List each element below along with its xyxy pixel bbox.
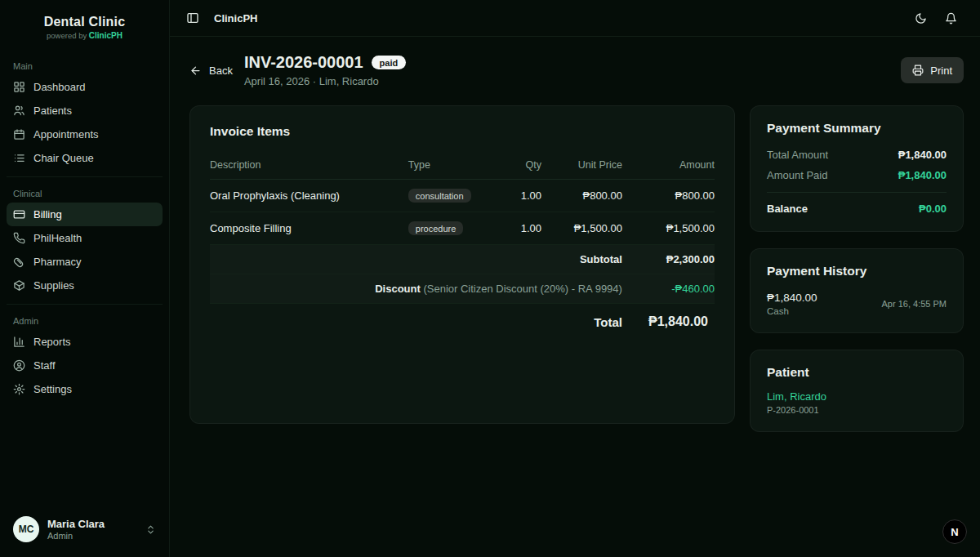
sidebar-nav: Main Dashboard Patients Appointments Cha… — [7, 50, 163, 408]
powered-by: powered by ClinicPH — [7, 31, 163, 40]
table-row: Oral Prophylaxis (Cleaning) consultation… — [210, 180, 715, 212]
payment-history-card: Payment History ₱1,840.00 Cash Apr 16, 4… — [750, 248, 964, 333]
section-label-clinical: Clinical — [7, 184, 163, 203]
staff-icon — [13, 359, 25, 372]
summary-total-amount: ₱1,840.00 — [898, 149, 947, 161]
sidebar-item-label: Staff — [33, 359, 56, 372]
item-type-badge: procedure — [408, 221, 464, 235]
item-amount: ₱1,500.00 — [629, 212, 715, 245]
col-type: Type — [402, 152, 497, 180]
item-unit-price: ₱800.00 — [548, 180, 629, 212]
total-amount: ₱1,840.00 — [629, 304, 715, 335]
discount-amount: -₱460.00 — [629, 274, 715, 304]
sidebar-toggle-icon[interactable] — [183, 8, 203, 28]
notifications-bell-icon[interactable] — [942, 9, 960, 28]
item-qty: 1.00 — [497, 212, 548, 245]
col-description: Description — [210, 152, 402, 180]
sidebar-item-staff[interactable]: Staff — [7, 354, 163, 377]
total-row: Total ₱1,840.00 — [210, 304, 715, 335]
item-qty: 1.00 — [497, 180, 548, 212]
printer-icon — [912, 65, 924, 76]
right-column: Payment Summary Total Amount ₱1,840.00 A… — [750, 105, 964, 432]
invoice-items-card: Invoice Items Description Type Qty Unit … — [189, 105, 735, 424]
sidebar-item-supplies[interactable]: Supplies — [7, 274, 163, 297]
supplies-icon — [13, 279, 25, 292]
sidebar-item-label: Dashboard — [33, 81, 86, 93]
table-header-row: Description Type Qty Unit Price Amount — [210, 152, 715, 180]
dark-mode-toggle-moon-icon[interactable] — [911, 9, 930, 28]
topbar-app-name: ClinicPH — [214, 12, 257, 25]
settings-icon — [13, 383, 25, 395]
sidebar-item-philhealth[interactable]: PhilHealth — [7, 226, 163, 250]
sidebar-item-chair-queue[interactable]: Chair Queue — [7, 146, 163, 170]
user-role: Admin — [47, 531, 105, 541]
summary-amount-paid: ₱1,840.00 — [898, 169, 947, 181]
subtotal-label: Subtotal — [210, 245, 629, 274]
sidebar-item-label: Patients — [33, 105, 72, 117]
subtotal-amount: ₱2,300.00 — [629, 245, 715, 274]
section-label-main: Main — [7, 56, 163, 75]
sidebar-item-label: Billing — [33, 208, 62, 221]
table-row: Composite Filling procedure 1.00 ₱1,500.… — [210, 212, 715, 245]
user-menu[interactable]: MC Maria Clara Admin — [7, 511, 163, 547]
item-description: Oral Prophylaxis (Cleaning) — [210, 180, 402, 212]
sidebar-item-label: PhilHealth — [33, 232, 82, 244]
col-unit-price: Unit Price — [548, 152, 629, 180]
page-header: Back INV-2026-00001 paid April 16, 2026 … — [170, 37, 980, 87]
billing-icon — [13, 208, 25, 221]
sidebar-item-billing[interactable]: Billing — [7, 203, 163, 226]
sidebar: Dental Clinic powered by ClinicPH Main D… — [0, 0, 170, 557]
item-type-badge: consultation — [408, 189, 471, 203]
sidebar-item-label: Appointments — [33, 128, 99, 140]
discount-detail: (Senior Citizen Discount (20%) - RA 9994… — [423, 283, 622, 295]
print-button[interactable]: Print — [901, 57, 964, 83]
divider — [767, 192, 947, 193]
philhealth-icon — [13, 232, 25, 244]
sidebar-item-patients[interactable]: Patients — [7, 99, 163, 123]
section-label-admin: Admin — [7, 311, 163, 330]
patient-id: P-2026-0001 — [767, 405, 947, 415]
payment-timestamp: Apr 16, 4:55 PM — [882, 299, 947, 309]
invoice-items-table: Description Type Qty Unit Price Amount O… — [210, 152, 715, 334]
back-button[interactable]: Back — [189, 65, 233, 77]
payment-method: Cash — [767, 306, 817, 316]
topbar: ClinicPH — [170, 0, 980, 37]
payment-history-entry: ₱1,840.00 Cash Apr 16, 4:55 PM — [767, 292, 947, 316]
brand-clinicph: ClinicPH — [89, 31, 122, 40]
chair-queue-icon — [13, 152, 25, 164]
patient-card-title: Patient — [767, 365, 947, 380]
page-content: Back INV-2026-00001 paid April 16, 2026 … — [170, 37, 980, 432]
sidebar-item-settings[interactable]: Settings — [7, 377, 163, 401]
sidebar-item-label: Reports — [33, 336, 71, 348]
discount-row: Discount (Senior Citizen Discount (20%) … — [210, 274, 715, 304]
sidebar-item-dashboard[interactable]: Dashboard — [7, 75, 163, 99]
back-arrow-icon — [189, 65, 202, 77]
sidebar-item-reports[interactable]: Reports — [7, 330, 163, 354]
reports-icon — [13, 336, 25, 348]
sidebar-item-label: Supplies — [33, 279, 74, 292]
summary-balance: ₱0.00 — [919, 203, 947, 215]
dashboard-icon — [13, 81, 25, 93]
patient-name-link[interactable]: Lim, Ricardo — [767, 390, 947, 403]
chevrons-up-down-icon — [145, 524, 156, 535]
amount-paid-row: Amount Paid ₱1,840.00 — [767, 169, 947, 181]
payment-amount: ₱1,840.00 — [767, 292, 817, 304]
main-column: ClinicPH Back INV-2026-00001 paid April … — [170, 0, 980, 557]
content-grid: Invoice Items Description Type Qty Unit … — [170, 87, 980, 432]
sidebar-item-label: Pharmacy — [33, 256, 82, 268]
pharmacy-icon — [13, 256, 25, 268]
user-name: Maria Clara — [47, 518, 105, 530]
sidebar-item-label: Settings — [33, 383, 72, 395]
discount-label: Discount — [375, 283, 421, 295]
payment-history-title: Payment History — [767, 264, 947, 278]
n-logo-button[interactable]: N — [942, 519, 967, 544]
subtotal-row: Subtotal ₱2,300.00 — [210, 245, 715, 274]
sidebar-item-pharmacy[interactable]: Pharmacy — [7, 250, 163, 274]
item-amount: ₱800.00 — [629, 180, 715, 212]
payment-summary-card: Payment Summary Total Amount ₱1,840.00 A… — [750, 105, 964, 232]
total-amount-row: Total Amount ₱1,840.00 — [767, 149, 947, 161]
sidebar-item-appointments[interactable]: Appointments — [7, 123, 163, 146]
patient-card: Patient Lim, Ricardo P-2026-0001 — [750, 350, 964, 432]
patients-icon — [13, 105, 25, 117]
status-badge: paid — [372, 56, 407, 69]
